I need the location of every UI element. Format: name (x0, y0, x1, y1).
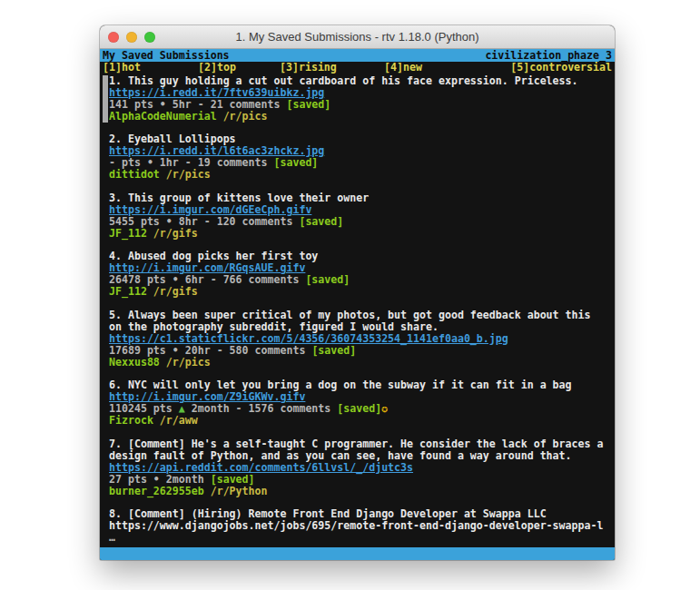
submission-author[interactable]: Fizrock (109, 414, 153, 427)
close-button[interactable] (108, 32, 119, 43)
submission-score: 17689 pts • 20hr - 580 comments (109, 344, 311, 357)
submission-item[interactable]: 3. This group of kittens love their owne… (103, 192, 612, 240)
tab-rising[interactable]: [3]rising (280, 62, 337, 74)
submission-item[interactable]: 1. This guy holding a cut out cardboard … (103, 75, 612, 123)
submission-byline: JF_112/r/gifs (109, 286, 612, 298)
submission-author[interactable]: AlphaCodeNumerial (109, 110, 217, 123)
saved-badge: [saved] (211, 473, 255, 486)
submission-author[interactable]: Nexxus88 (109, 356, 160, 369)
submission-item[interactable]: 7. [Comment] He's a self-taught C progra… (103, 438, 612, 497)
traffic-lights (108, 25, 155, 48)
submission-title: 7. [Comment] He's a self-taught C progra… (109, 438, 612, 462)
saved-badge: [saved] (286, 98, 330, 111)
minimize-button[interactable] (126, 32, 137, 43)
saved-badge: [saved] (299, 215, 343, 228)
submission-byline: Fizrock/r/aww (109, 415, 612, 427)
submission-byline: dittidot/r/pics (109, 169, 612, 181)
tab-top[interactable]: [2]top (198, 62, 236, 74)
submission-author[interactable]: JF_112 (109, 227, 147, 240)
submission-item[interactable]: 5. Always been super critical of my phot… (103, 310, 612, 369)
submission-title: 5. Always been super critical of my phot… (109, 310, 612, 333)
submission-score: 27 pts • 2month (109, 473, 211, 486)
submission-item[interactable]: 4. Abused dog picks her first toy http:/… (103, 251, 612, 298)
submission-list: 1. This guy holding a cut out cardboard … (100, 74, 615, 544)
saved-badge: [saved] (273, 156, 318, 169)
selection-cursor-icon (103, 75, 108, 123)
saved-badge: [saved] (337, 402, 381, 415)
submission-title: 1. This guy holding a cut out cardboard … (109, 75, 612, 87)
page-title: My Saved Submissions (103, 49, 230, 62)
submission-subreddit[interactable]: /r/pics (166, 356, 211, 369)
submission-score: - pts • 1hr - 19 comments (109, 156, 273, 169)
header-bar: My Saved Submissions civilization_phaze_… (100, 49, 615, 62)
saved-badge: [saved] (305, 273, 350, 286)
logged-in-username: civilization_phaze_3 (485, 49, 612, 62)
submission-subreddit[interactable]: /r/gifs (153, 227, 198, 240)
submission-item[interactable]: 8. [Comment] (Hiring) Remote Front End D… (103, 508, 612, 544)
submission-author[interactable]: burner_262955eb (109, 485, 204, 497)
submission-subreddit[interactable]: /r/gifs (153, 285, 198, 298)
submission-byline: burner_262955eb/r/Python (109, 486, 612, 497)
submission-score: 26478 pts • 6hr - 766 comments (109, 273, 305, 286)
gilded-icon: ✪ (381, 402, 388, 415)
tab-hot[interactable]: [1]hot (103, 62, 141, 74)
submission-author[interactable]: dittidot (109, 168, 160, 181)
sort-tabs: [1]hot [2]top [3]rising [4]new [5]contro… (100, 62, 615, 74)
submission-subreddit[interactable]: /r/pics (223, 110, 268, 123)
submission-subreddit[interactable]: /r/Python (211, 485, 268, 497)
submission-item[interactable]: 2. Eyeball Lollipops https://i.redd.it/l… (103, 133, 612, 181)
terminal-window: 1. My Saved Submissions - rtv 1.18.0 (Py… (100, 25, 615, 560)
tab-new[interactable]: [4]new (384, 62, 422, 74)
submission-byline: AlphaCodeNumerial/r/pics (109, 111, 612, 123)
submission-meta-row: 5455 pts • 8hr - 120 comments [saved] (109, 216, 612, 228)
submission-meta-row: 17689 pts • 20hr - 580 comments [saved] (109, 345, 612, 357)
submission-score: 110245 pts (109, 402, 179, 415)
submission-byline: JF_112/r/gifs (109, 228, 612, 240)
submission-title: 3. This group of kittens love their owne… (109, 192, 612, 204)
submission-subreddit[interactable]: /r/aww (160, 414, 198, 427)
submission-score: 5455 pts • 8hr - 120 comments (109, 215, 299, 228)
submission-item[interactable]: 6. NYC will only let you bring a dog on … (103, 379, 612, 427)
submission-age-comments: 2month - 1576 comments (185, 402, 338, 415)
zoom-button[interactable] (144, 32, 155, 43)
saved-badge: [saved] (311, 344, 356, 357)
truncation-ellipsis: … (109, 532, 612, 544)
tab-controversial[interactable]: [5]controversial (510, 62, 612, 74)
terminal-content: My Saved Submissions civilization_phaze_… (100, 49, 615, 560)
submission-byline: Nexxus88/r/pics (109, 357, 612, 369)
submission-author[interactable]: JF_112 (109, 285, 147, 298)
upvote-arrow-icon: ▲ (179, 402, 185, 415)
submission-subreddit[interactable]: /r/pics (166, 168, 211, 181)
window-title: 1. My Saved Submissions - rtv 1.18.0 (Py… (235, 30, 478, 44)
submission-title: 8. [Comment] (Hiring) Remote Front End D… (109, 508, 612, 532)
window-titlebar[interactable]: 1. My Saved Submissions - rtv 1.18.0 (Py… (100, 25, 615, 49)
status-bar: [?]Help [q]Quit [l]Comments [/]Prompt [u… (100, 547, 615, 560)
submission-score: 141 pts • 5hr - 21 comments (109, 98, 286, 111)
